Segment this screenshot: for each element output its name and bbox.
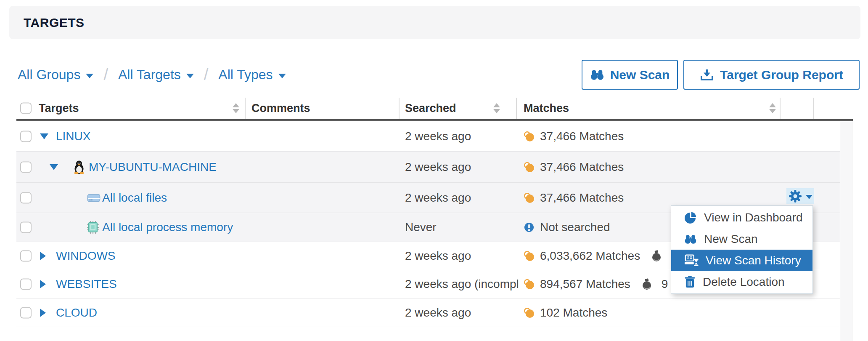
test-data-flask-icon: [651, 250, 662, 262]
table-row-my-ubuntu-machine: MY-UBUNTU-MACHINE 2 weeks ago 37,466 Mat…: [16, 152, 840, 183]
sort-searched-icon[interactable]: [493, 103, 500, 113]
page-title: TARGETS: [24, 16, 85, 30]
page-header: TARGETS: [9, 6, 860, 39]
breadcrumb-separator: /: [204, 66, 209, 84]
matches-count: 894,567 Matches: [540, 277, 630, 291]
column-header-targets[interactable]: Targets: [39, 101, 79, 115]
menu-item-label: Delete Location: [703, 275, 785, 289]
breadcrumb-separator: /: [103, 66, 108, 84]
target-group-link[interactable]: CLOUD: [56, 306, 97, 320]
filter-all-groups[interactable]: All Groups: [18, 67, 93, 83]
menu-item-new-scan[interactable]: New Scan: [671, 228, 812, 250]
location-link[interactable]: All local process memory: [102, 221, 233, 234]
target-group-report-button[interactable]: Target Group Report: [683, 60, 860, 90]
sort-matches-icon[interactable]: [769, 103, 776, 113]
expand-caret-icon[interactable]: [40, 280, 46, 288]
matches-badge-icon: [524, 131, 535, 142]
row-actions-gear-button[interactable]: [786, 188, 814, 204]
matches-badge-icon: [524, 162, 535, 173]
test-data-flask-icon: [642, 278, 652, 290]
gear-context-menu: View in Dashboard New Scan: [671, 205, 813, 294]
row-checkbox[interactable]: [20, 161, 32, 173]
chevron-down-icon: [806, 195, 812, 199]
column-header-comments[interactable]: Comments: [251, 101, 310, 115]
new-scan-button-label: New Scan: [610, 68, 670, 82]
row-checkbox[interactable]: [20, 279, 32, 290]
memory-chip-icon: [87, 221, 99, 234]
targets-page: TARGETS All Groups / All Targets / All T…: [0, 0, 868, 341]
filter-all-types-label: All Types: [218, 67, 273, 83]
target-group-link[interactable]: WEBSITES: [56, 277, 117, 291]
searched-cell: 2 weeks ago: [405, 160, 519, 174]
column-divider: [813, 98, 814, 119]
expand-caret-icon[interactable]: [40, 309, 46, 317]
filter-all-groups-label: All Groups: [18, 67, 80, 83]
row-checkbox[interactable]: [20, 222, 32, 233]
table-header: Targets Comments Searched Matches: [16, 97, 840, 119]
matches-badge-icon: [524, 192, 535, 203]
table-row-linux: LINUX 2 weeks ago 37,466 Matches: [16, 121, 840, 152]
target-group-report-button-label: Target Group Report: [720, 68, 843, 82]
sort-targets-icon[interactable]: [233, 103, 239, 113]
column-header-searched[interactable]: Searched: [405, 101, 456, 115]
hard-drive-icon: [87, 193, 101, 203]
row-checkbox[interactable]: [20, 250, 32, 262]
matches-cell: 6,033,662 Matches: [524, 249, 662, 263]
row-checkbox[interactable]: [20, 131, 32, 142]
matches-badge-icon: [524, 279, 535, 290]
filter-all-targets[interactable]: All Targets: [118, 67, 194, 83]
chevron-down-icon: [86, 74, 93, 78]
filter-breadcrumb: All Groups / All Targets / All Types: [18, 60, 286, 90]
select-all-checkbox[interactable]: [20, 102, 32, 114]
collapse-caret-icon[interactable]: [40, 133, 48, 139]
expand-caret-icon[interactable]: [40, 252, 46, 260]
column-divider: [399, 98, 400, 119]
menu-item-delete-location[interactable]: Delete Location: [671, 271, 812, 293]
searched-cell: 2 weeks ago: [405, 306, 519, 320]
target-group-link[interactable]: WINDOWS: [56, 249, 116, 263]
table-scrollbar[interactable]: [840, 121, 852, 341]
menu-item-label: New Scan: [704, 232, 758, 246]
matches-badge-icon: [524, 250, 535, 261]
column-divider: [780, 98, 781, 119]
matches-cell: 37,466 Matches: [524, 191, 624, 205]
matches-count: 6,033,662 Matches: [540, 249, 640, 263]
column-divider: [516, 98, 517, 119]
searched-cell: 2 weeks ago (incompl: [405, 277, 519, 291]
matches-count: 102 Matches: [540, 306, 607, 320]
menu-item-view-scan-history[interactable]: View Scan History: [671, 250, 812, 271]
secondary-count: 9: [662, 277, 668, 291]
not-searched-icon: [524, 222, 535, 233]
report-download-icon: [700, 69, 714, 81]
matches-status: Not searched: [540, 221, 610, 234]
row-checkbox[interactable]: [20, 192, 32, 203]
matches-count: 37,466 Matches: [540, 130, 624, 143]
chevron-down-icon: [186, 74, 194, 78]
targets-table: Targets Comments Searched Matches: [16, 97, 840, 119]
tux-linux-icon: [73, 160, 85, 174]
binoculars-icon: [684, 234, 697, 244]
row-checkbox[interactable]: [20, 307, 32, 318]
new-scan-button[interactable]: New Scan: [582, 60, 678, 90]
menu-item-label: View in Dashboard: [704, 211, 803, 224]
location-link[interactable]: All local files: [102, 191, 167, 205]
menu-item-view-in-dashboard[interactable]: View in Dashboard: [671, 207, 812, 228]
searched-cell: 2 weeks ago: [405, 130, 519, 143]
target-link[interactable]: MY-UBUNTU-MACHINE: [89, 160, 217, 174]
matches-count: 37,466 Matches: [540, 160, 624, 174]
table-row-cloud: CLOUD 2 weeks ago 102 Matches: [16, 298, 840, 327]
matches-cell: 894,567 Matches 9: [524, 277, 668, 291]
filter-all-types[interactable]: All Types: [218, 67, 286, 83]
matches-badge-icon: [524, 307, 535, 318]
trash-icon: [684, 275, 696, 288]
pie-chart-icon: [684, 211, 697, 224]
gear-icon: [789, 189, 802, 203]
chevron-down-icon: [278, 74, 286, 78]
matches-cell: 37,466 Matches: [524, 160, 624, 174]
collapse-caret-icon[interactable]: [50, 164, 58, 170]
target-group-link[interactable]: LINUX: [56, 130, 90, 143]
column-divider: [245, 98, 246, 119]
filter-all-targets-label: All Targets: [118, 67, 181, 83]
column-header-matches[interactable]: Matches: [524, 101, 569, 115]
scan-history-icon: [684, 254, 699, 267]
